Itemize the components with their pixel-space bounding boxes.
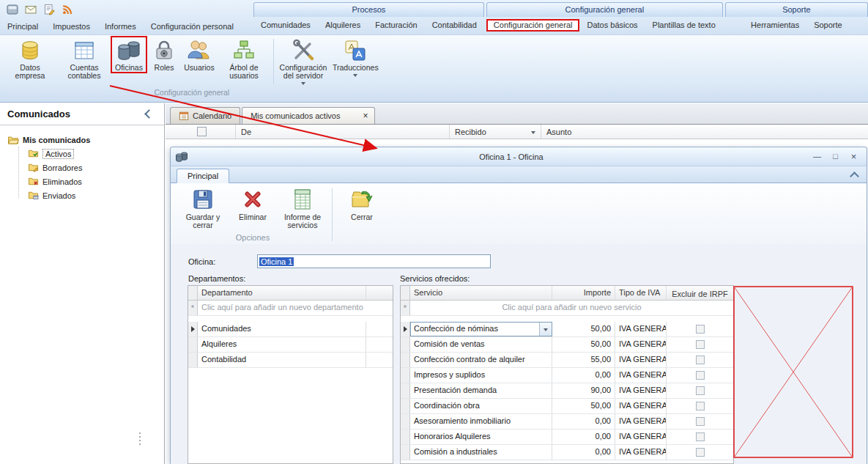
excluir-irpf-checkbox[interactable] — [696, 340, 705, 349]
serv-column-header-tipo-de-iva[interactable]: Tipo de IVA — [615, 286, 667, 300]
column-header-recibido[interactable]: Recibido — [450, 125, 541, 139]
ribbon-tab-alquileres[interactable]: Alquileres — [318, 19, 368, 32]
arbol-de-usuarios-button[interactable]: Árbol de usuarios — [217, 37, 271, 81]
close-icon[interactable]: × — [846, 150, 861, 163]
serv-column-header-excluir-de-irpf[interactable]: Excluir de IRPF — [667, 286, 733, 300]
qat-app-icon[interactable] — [6, 3, 19, 16]
ribbon-tab-informes[interactable]: Informes — [97, 21, 144, 33]
ribbon-tab-facturacion[interactable]: Facturación — [368, 19, 424, 32]
qat-rss-icon[interactable] — [61, 3, 74, 16]
ribbon-tab-datos-basicos[interactable]: Datos básicos — [579, 19, 645, 32]
dept-column-header[interactable]: Departamento — [198, 286, 366, 300]
serv-row-confeccion-contrato-de-alquiler[interactable]: Confección contrato de alquiler55,00IVA … — [401, 353, 733, 368]
ribbon-group-soporte: SoporteHerramientasSoporte — [725, 0, 868, 34]
ribbon-tab-principal[interactable]: Principal — [0, 21, 45, 33]
sidebar-collapse-icon[interactable] — [144, 109, 154, 119]
window-buttons: — □ × — [809, 150, 861, 163]
sidebar-item-activos[interactable]: Activos — [28, 147, 161, 161]
comunicados-tree: Mis comunicadosActivosBorradoresEliminad… — [0, 125, 164, 202]
qat-mail-icon[interactable] — [24, 3, 37, 16]
combo-dropdown-button[interactable] — [539, 323, 552, 336]
serv-column-header-servicio[interactable]: Servicio — [410, 286, 552, 300]
document-tab-calendario[interactable]: Calendario — [170, 107, 240, 124]
excluir-irpf-checkbox[interactable] — [696, 432, 705, 441]
datos-empresa-button[interactable]: Datos empresa — [3, 37, 57, 81]
offices-icon — [117, 39, 141, 62]
ribbon-tab-configuracion-general[interactable]: Configuración general — [486, 19, 580, 32]
roles-button[interactable]: Roles — [146, 37, 182, 73]
serv-row-confeccion-de-nominas[interactable]: Confección de nóminas50,00IVA GENERAL — [401, 322, 733, 337]
sidebar-item-enviados[interactable]: Enviados — [28, 188, 161, 202]
sidebar-item-eliminados[interactable]: Eliminados — [28, 174, 161, 188]
configuracion-del-servidor-button[interactable]: Configuración del servidor — [276, 37, 330, 86]
tab-close-icon[interactable]: × — [363, 112, 368, 119]
dept-row-comunidades[interactable]: Comunidades — [188, 322, 393, 337]
excluir-irpf-checkbox[interactable] — [696, 356, 705, 364]
recibido-dropdown-icon[interactable] — [531, 131, 535, 134]
guardar-y-cerrar-button[interactable]: Guardar y cerrar — [178, 185, 228, 232]
ribbon-tab-soporte[interactable]: Soporte — [806, 19, 850, 32]
serv-row-presentacion-demanda[interactable]: Presentación demanda90,00IVA GENERAL — [401, 383, 733, 399]
dept-new-row[interactable]: *Clic aquí para añadir un nuevo departam… — [188, 301, 393, 316]
maximize-icon[interactable]: □ — [828, 150, 843, 163]
excluir-irpf-checkbox[interactable] — [696, 402, 705, 410]
serv-row-comision-a-industriales[interactable]: Comisión a industriales0,00IVA GENERAL — [401, 445, 733, 460]
ribbon-tab-herramientas[interactable]: Herramientas — [743, 19, 806, 32]
minimize-icon[interactable]: — — [809, 150, 825, 163]
ribbon-collapse-button[interactable] — [851, 172, 858, 181]
qat-document-icon[interactable] — [42, 3, 56, 16]
serv-row-honorarios-alquileres[interactable]: Honorarios Alquileres0,00IVA GENERAL — [401, 430, 733, 445]
server-config-icon — [292, 39, 315, 62]
select-all-checkbox[interactable] — [197, 127, 207, 136]
serv-row-coordinacion-obra[interactable]: Coordinación obra50,00IVA GENERAL — [401, 399, 733, 414]
folder-deleted-icon — [28, 176, 39, 187]
servicio-combo-editor[interactable]: Confección de nóminas — [410, 322, 552, 336]
ribbon-tab-impuestos[interactable]: Impuestos — [45, 21, 97, 33]
document-tab-mis-comunicados-activos[interactable]: Mis comunicados activos× — [242, 107, 374, 124]
users-icon — [188, 39, 211, 62]
dialog-titlebar[interactable]: Oficina 1 - Oficina — □ × — [171, 147, 867, 166]
column-header-de[interactable]: De — [236, 125, 450, 139]
office-dialog-icon — [176, 151, 188, 163]
cerrar-button[interactable]: Cerrar — [337, 185, 387, 224]
dialog-tab-principal[interactable]: Principal — [177, 169, 229, 183]
excluir-irpf-checkbox[interactable] — [696, 325, 705, 334]
ribbon-tab-plantillas-de-texto[interactable]: Plantillas de texto — [645, 19, 723, 32]
excluir-irpf-checkbox[interactable] — [696, 417, 705, 426]
excluir-irpf-checkbox[interactable] — [696, 371, 705, 380]
sidebar-item-borradores[interactable]: Borradores — [28, 161, 161, 174]
excluir-irpf-checkbox[interactable] — [696, 386, 705, 395]
serv-row-asesoramiento-inmobiliario[interactable]: Asesoramiento inmobiliario0,00IVA GENERA… — [401, 414, 733, 430]
eliminar-button[interactable]: Eliminar — [228, 185, 278, 232]
ribbon-tab-contabilidad[interactable]: Contabilidad — [425, 19, 484, 32]
oficina-input-value: Oficina 1 — [259, 257, 294, 266]
message-list-header: De Recibido Asunto — [166, 125, 868, 139]
tree-root-mis-comunicados[interactable]: Mis comunicados — [7, 133, 161, 147]
serv-row-impresos-y-suplidos[interactable]: Impresos y suplidos0,00IVA GENERAL — [401, 368, 733, 383]
traducciones-button[interactable]: Traducciones — [330, 37, 381, 78]
chevron-down-icon — [544, 328, 548, 331]
serv-row-comision-de-ventas[interactable]: Comisión de ventas50,00IVA GENERAL — [401, 337, 733, 353]
dept-row-alquileres[interactable]: Alquileres — [188, 337, 393, 353]
ribbon-tab-comunidades[interactable]: Comunidades — [253, 19, 318, 32]
ribbon-tab-configuracion-personal[interactable]: Configuración personal — [144, 21, 241, 33]
splitter-handle[interactable] — [139, 432, 141, 445]
ribbon-group-header-configuracion-general: Configuración general — [486, 2, 723, 17]
usuarios-button[interactable]: Usuarios — [182, 37, 217, 73]
informe-de-servicios-button[interactable]: Informe de servicios — [278, 185, 327, 232]
oficinas-button[interactable]: Oficinas — [111, 37, 146, 73]
excluir-irpf-checkbox[interactable] — [696, 448, 705, 457]
serv-new-row[interactable]: *Clic aquí para añadir un nuevo servicio — [401, 301, 733, 316]
dept-row-contabilidad[interactable]: Contabilidad — [188, 353, 393, 368]
ribbon-toolbar: Datos empresaCuentas contablesOficinasRo… — [0, 35, 868, 103]
oficina-dialog: Oficina 1 - Oficina — □ × Principal Guar… — [170, 147, 867, 464]
column-header-asunto[interactable]: Asunto — [541, 125, 868, 139]
cuentas-contables-button[interactable]: Cuentas contables — [57, 37, 111, 81]
dept-new-row-placeholder: Clic aquí para añadir un nuevo departame… — [198, 301, 393, 315]
serv-column-header-importe[interactable]: Importe — [552, 286, 615, 300]
ribbon-header: PrincipalImpuestosInformesConfiguración … — [0, 0, 868, 35]
translations-icon — [344, 39, 367, 62]
oficina-field-label: Oficina: — [188, 257, 257, 266]
oficina-input[interactable]: Oficina 1 — [257, 254, 491, 268]
rss-icon — [62, 4, 73, 15]
